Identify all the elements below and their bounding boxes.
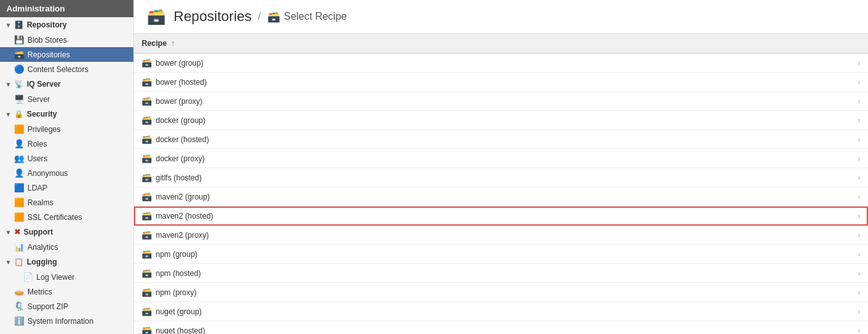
sidebar-item-system-information[interactable]: ℹ️ System Information [0, 314, 133, 328]
support-group-label: Support [24, 228, 53, 236]
sidebar-item-roles[interactable]: 👤 Roles [0, 136, 133, 151]
recipe-cell: 🗃️ maven2 (group) [134, 187, 850, 207]
sidebar-group-logging[interactable]: ▼ 📋 Logging [0, 254, 133, 270]
sidebar-item-anonymous[interactable]: 👤 Anonymous [0, 166, 133, 180]
recipe-name: bower (group) [156, 59, 204, 68]
recipe-name: npm (hosted) [156, 269, 201, 278]
row-chevron[interactable]: › [850, 187, 868, 207]
row-chevron[interactable]: › [850, 168, 868, 187]
recipe-row-icon: 🗃️ [142, 307, 152, 316]
server-icon: 🖥️ [14, 94, 24, 104]
sidebar-item-privileges[interactable]: 🟧 Privileges [0, 122, 133, 136]
anonymous-icon: 👤 [14, 168, 24, 178]
row-chevron[interactable]: › [850, 54, 868, 73]
metrics-icon: 🥧 [14, 287, 24, 296]
support-zip-icon: 🗜️ [14, 301, 24, 311]
row-chevron[interactable]: › [850, 73, 868, 92]
table-row[interactable]: 🗃️ docker (proxy) › [134, 149, 868, 168]
sidebar-item-blob-stores[interactable]: 💾 Blob Stores [0, 33, 133, 47]
table-row[interactable]: 🗃️ nuget (group) › [134, 302, 868, 321]
column-header-recipe[interactable]: Recipe ↑ [134, 34, 850, 54]
table-row[interactable]: 🗃️ docker (hosted) › [134, 130, 868, 149]
sidebar-item-users[interactable]: 👥 Users [0, 151, 133, 166]
recipe-row-icon: 🗃️ [142, 77, 152, 87]
table-row[interactable]: 🗃️ bower (hosted) › [134, 73, 868, 92]
table-row[interactable]: 🗃️ docker (group) › [134, 111, 868, 130]
sidebar-group-support[interactable]: ▼ ✖ Support [0, 224, 133, 240]
row-chevron[interactable]: › [850, 321, 868, 335]
recipe-name: maven2 (proxy) [156, 231, 209, 240]
recipe-cell: 🗃️ docker (proxy) [134, 149, 850, 168]
log-viewer-label: Log Viewer [36, 273, 75, 282]
breadcrumb-icon: 🗃️ [267, 11, 280, 23]
expand-icon-repository: ▼ [5, 22, 11, 29]
main-content: 🗃️ Repositories / 🗃️ Select Recipe Recip… [134, 0, 868, 334]
table-row[interactable]: 🗃️ maven2 (proxy) › [134, 226, 868, 245]
system-information-label: System Information [27, 317, 93, 326]
page-title: Repositories [174, 8, 251, 25]
row-chevron[interactable]: › [850, 130, 868, 149]
row-chevron[interactable]: › [850, 226, 868, 245]
realms-label: Realms [27, 198, 54, 207]
sidebar-item-analytics[interactable]: 📊 Analytics [0, 240, 133, 254]
expand-icon-logging: ▼ [5, 259, 11, 266]
recipe-name: nuget (group) [156, 307, 202, 316]
sidebar-item-log-viewer[interactable]: 📄 Log Viewer [0, 270, 133, 284]
recipe-cell: 🗃️ npm (hosted) [134, 264, 850, 283]
iq-server-group-label: IQ Server [27, 80, 61, 89]
row-chevron[interactable]: › [850, 207, 868, 226]
sidebar-item-ssl-certificates[interactable]: 🟧 SSL Certificates [0, 210, 133, 224]
metrics-label: Metrics [27, 287, 52, 296]
recipe-column-label: Recipe [142, 39, 167, 48]
breadcrumb: 🗃️ Select Recipe [267, 11, 347, 23]
sidebar-item-realms[interactable]: 🟧 Realms [0, 195, 133, 210]
sidebar-group-security[interactable]: ▼ 🔒 Security [0, 106, 133, 122]
recipe-row-icon: 🗃️ [142, 154, 152, 163]
table-row[interactable]: 🗃️ maven2 (hosted) › [134, 207, 868, 226]
row-chevron[interactable]: › [850, 245, 868, 264]
ldap-icon: 🟦 [14, 183, 24, 192]
table-row[interactable]: 🗃️ npm (hosted) › [134, 264, 868, 283]
table-row[interactable]: 🗃️ bower (group) › [134, 54, 868, 73]
sidebar-item-server[interactable]: 🖥️ Server [0, 92, 133, 106]
sidebar-item-metrics[interactable]: 🥧 Metrics [0, 284, 133, 299]
recipe-name: docker (group) [156, 116, 206, 125]
support-group-icon: ✖ [14, 228, 20, 236]
row-chevron[interactable]: › [850, 264, 868, 283]
table-row[interactable]: 🗃️ npm (proxy) › [134, 283, 868, 302]
table-row[interactable]: 🗃️ maven2 (group) › [134, 187, 868, 207]
sidebar-item-content-selectors[interactable]: 🔵 Content Selectors [0, 62, 133, 76]
table-body: 🗃️ bower (group) › 🗃️ bower (hosted) › 🗃… [134, 54, 868, 335]
sidebar-group-repository[interactable]: ▼ 🗄️ Repository [0, 17, 133, 33]
sidebar-group-iq-server[interactable]: ▼ 📡 IQ Server [0, 76, 133, 92]
recipe-name: npm (group) [156, 250, 197, 259]
page-header-icon: 🗃️ [147, 8, 166, 25]
sidebar-item-ldap[interactable]: 🟦 LDAP [0, 180, 133, 195]
privileges-icon: 🟧 [14, 124, 24, 134]
recipe-cell: 🗃️ bower (group) [134, 54, 850, 73]
system-information-icon: ℹ️ [14, 316, 24, 326]
row-chevron[interactable]: › [850, 111, 868, 130]
row-chevron[interactable]: › [850, 149, 868, 168]
recipe-cell: 🗃️ maven2 (proxy) [134, 226, 850, 245]
table-row[interactable]: 🗃️ npm (group) › [134, 245, 868, 264]
users-label: Users [27, 154, 47, 163]
recipe-cell: 🗃️ nuget (group) [134, 302, 850, 321]
recipe-cell: 🗃️ nuget (hosted) [134, 321, 850, 335]
roles-icon: 👤 [14, 139, 24, 149]
table-row[interactable]: 🗃️ bower (proxy) › [134, 92, 868, 111]
recipe-cell: 🗃️ npm (proxy) [134, 283, 850, 302]
row-chevron[interactable]: › [850, 302, 868, 321]
table-header-row: Recipe ↑ [134, 34, 868, 54]
recipe-name: maven2 (group) [156, 192, 210, 201]
log-viewer-icon: 📄 [23, 272, 33, 282]
expand-icon-support: ▼ [5, 229, 11, 236]
row-chevron[interactable]: › [850, 92, 868, 111]
sidebar-item-support-zip[interactable]: 🗜️ Support ZIP [0, 299, 133, 314]
table-row[interactable]: 🗃️ nuget (hosted) › [134, 321, 868, 335]
table-row[interactable]: 🗃️ gitlfs (hosted) › [134, 168, 868, 187]
recipe-row-icon: 🗃️ [142, 173, 152, 182]
row-chevron[interactable]: › [850, 283, 868, 302]
sidebar-item-repositories[interactable]: 🗃️ Repositories [0, 47, 133, 62]
recipe-name: docker (hosted) [156, 135, 209, 144]
